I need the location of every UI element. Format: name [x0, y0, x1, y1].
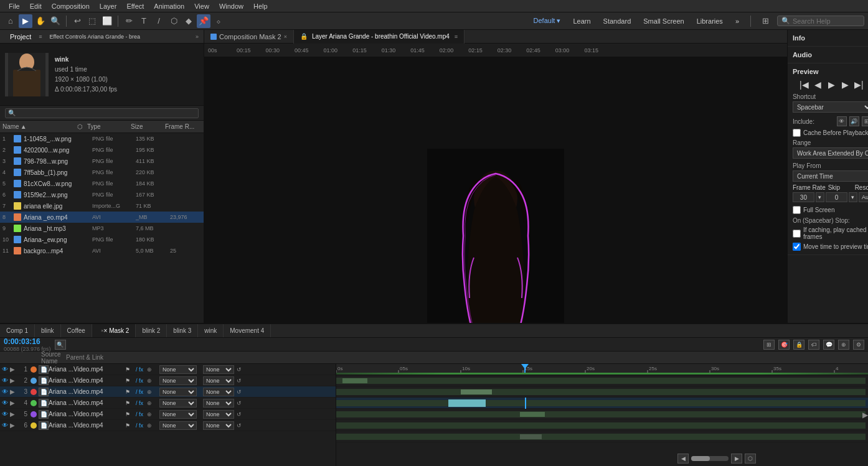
layer-fx-4[interactable]: / fx	[132, 400, 147, 406]
shortcut-select[interactable]: Spacebar	[793, 101, 868, 113]
layer-parent-1[interactable]: None	[203, 365, 234, 374]
frame-rate-dropdown[interactable]: ▾	[816, 192, 824, 202]
layer-parent-pick-6[interactable]: ↺	[234, 422, 244, 429]
col-fr-header[interactable]: Frame R...	[165, 123, 196, 130]
layer-parent-2[interactable]: None	[203, 376, 234, 385]
skip-dropdown[interactable]: ▾	[849, 192, 857, 202]
text-tool[interactable]: T	[137, 14, 151, 28]
menu-view[interactable]: View	[189, 0, 214, 12]
layer-expand-4[interactable]: ▶	[10, 399, 17, 406]
search-layer-btn[interactable]: 🔍	[55, 340, 66, 350]
menu-help[interactable]: Help	[248, 0, 273, 12]
layer-fx-5[interactable]: / fx	[132, 411, 147, 417]
pin-tool[interactable]: 📌	[197, 14, 210, 28]
tl-tab-movement4[interactable]: Movement 4	[224, 324, 271, 338]
line-tool[interactable]: /	[152, 14, 166, 28]
layer-eye-5[interactable]: 👁	[0, 411, 10, 417]
skip-end-btn[interactable]: ▶|	[852, 78, 865, 91]
layer-row-3[interactable]: 👁 ▶ 3 📄 Ariana ...Video.mp4 ⚑ / fx ⊕ Non…	[0, 386, 336, 398]
layer-tab-menu[interactable]: ≡	[455, 34, 458, 40]
layer-fx-1[interactable]: / fx	[132, 366, 147, 373]
shape-tool[interactable]: ⬡	[167, 14, 181, 28]
audio-include-icon[interactable]: 🔊	[849, 116, 859, 126]
play-from-select[interactable]: Current Time	[793, 170, 868, 182]
play-pause-btn[interactable]: ▶	[825, 78, 837, 91]
layer-expand-2[interactable]: ▶	[10, 377, 17, 384]
ws-small-screen[interactable]: Small Screen	[639, 16, 687, 26]
layer-eye-2[interactable]: 👁	[0, 377, 10, 384]
layer-parent-pick-4[interactable]: ↺	[234, 400, 244, 406]
file-row-7[interactable]: 7 ariana elle.jpg Importe...G 71 KB	[0, 200, 204, 212]
pen-tool[interactable]: ✏	[122, 14, 136, 28]
ws-libraries[interactable]: Libraries	[693, 16, 727, 26]
menu-window[interactable]: Window	[214, 0, 248, 12]
layer-mode-1[interactable]: None	[159, 365, 197, 374]
expand-all-btn[interactable]: ⊕	[838, 340, 849, 350]
tl-tab-blink2[interactable]: blink 2	[136, 324, 167, 338]
col-type-header[interactable]: Type	[87, 123, 131, 130]
zoom-tool[interactable]: 🔍	[49, 14, 62, 28]
comp-tab-close[interactable]: ×	[284, 34, 287, 40]
menu-edit[interactable]: Edit	[25, 0, 47, 12]
range-select[interactable]: Work Area Extended By Current _	[793, 147, 868, 159]
scroll-right-icon[interactable]: ▶	[862, 411, 868, 419]
tl-zoom-in[interactable]: ▶	[731, 454, 742, 464]
tl-zoom-out[interactable]: ◀	[677, 454, 689, 464]
rect2-tool[interactable]: ⬜	[100, 14, 114, 28]
tl-tab-blink3[interactable]: blink 3	[167, 324, 198, 338]
prev-btn[interactable]: ◀	[811, 78, 824, 91]
file-row-4[interactable]: 4 7ff5abb_(1).png PNG file 220 KB	[0, 167, 204, 178]
file-row-6[interactable]: 6 915f9e2...w.png PNG file 167 KB	[0, 189, 204, 200]
layer-row-5[interactable]: 👁 ▶ 5 📄 Ariana ...Video.mp4 ⚑ / fx ⊕ Non…	[0, 409, 336, 420]
file-row-9[interactable]: 9 Ariana _ht.mp3 MP3 7,6 MB	[0, 223, 204, 234]
skip-start-btn[interactable]: |◀	[798, 78, 810, 91]
ws-more[interactable]: »	[732, 16, 743, 26]
layer-expand-1[interactable]: ▶	[10, 366, 17, 373]
menu-file[interactable]: File	[4, 0, 25, 12]
skip-input[interactable]: 0	[826, 192, 847, 202]
comp-tab-mask2[interactable]: Composition Mask 2 ×	[204, 30, 294, 44]
layer-parent-5[interactable]: None	[203, 410, 234, 419]
project-search-input[interactable]	[5, 108, 199, 118]
layer-row-2[interactable]: 👁 ▶ 2 📄 Ariana ...Video.mp4 ⚑ / fx ⊕ Non…	[0, 375, 336, 386]
layer-mode-4[interactable]: None	[159, 399, 197, 408]
file-row-1[interactable]: 1 1-10458_...w.png PNG file 135 KB	[0, 133, 204, 144]
next-btn[interactable]: ▶	[839, 78, 851, 91]
col-size-header[interactable]: Size	[131, 123, 165, 130]
layer-row-6[interactable]: 👁 ▶ 6 📄 Ariana ...Video.mp4 ⚑ / fx ⊕ Non…	[0, 420, 336, 431]
project-tab[interactable]: Project	[5, 33, 36, 40]
comment-btn[interactable]: 💬	[823, 340, 834, 350]
move-time-checkbox[interactable]	[793, 243, 801, 251]
file-row-10[interactable]: 10 Ariana-_ew.png PNG file 180 KB	[0, 234, 204, 245]
layer-fx-3[interactable]: / fx	[132, 389, 147, 395]
ws-learn[interactable]: Learn	[569, 16, 594, 26]
layer-expand-6[interactable]: ▶	[10, 422, 17, 429]
tl-tab-coffee[interactable]: Coffee	[61, 324, 92, 338]
cache-checkbox[interactable]	[793, 129, 801, 137]
file-row-11[interactable]: 11 backgro...mp4 AVI 5,0 MB 25	[0, 245, 204, 256]
overflow-include-icon[interactable]: ⊞	[862, 116, 868, 126]
rotate-tool[interactable]: ↩	[70, 14, 84, 28]
switches-btn[interactable]: ⊞	[763, 340, 775, 350]
tl-tab-blink[interactable]: blink	[35, 324, 61, 338]
settings-btn[interactable]: ⚙	[853, 340, 864, 350]
layer-mode-6[interactable]: None	[159, 421, 197, 430]
layer-eye-3[interactable]: 👁	[0, 388, 10, 395]
effect-controls-tab[interactable]: Effect Controls Ariana Grande - brea	[45, 34, 145, 40]
video-include-icon[interactable]: 👁	[837, 116, 847, 126]
ws-standard[interactable]: Standard	[600, 16, 635, 26]
layer-parent-3[interactable]: None	[203, 388, 234, 396]
file-row-2[interactable]: 2 4202000...w.png PNG file 195 KB	[0, 144, 204, 156]
search-input[interactable]	[793, 17, 860, 25]
file-row-3[interactable]: 3 798-798...w.png PNG file 411 KB	[0, 156, 204, 167]
if-caching-checkbox[interactable]	[793, 230, 801, 238]
tl-tab-comp1[interactable]: Comp 1	[0, 324, 35, 338]
tl-tab-mask2[interactable]: × × Mask 2	[92, 324, 136, 338]
hand-tool[interactable]: ✋	[34, 14, 47, 28]
ws-default[interactable]: Default ▾	[530, 16, 565, 26]
layer-fx-6[interactable]: / fx	[132, 422, 147, 429]
layer-parent-pick-3[interactable]: ↺	[234, 389, 244, 395]
file-row-5[interactable]: 5 81cXCw8...w.png PNG file 184 KB	[0, 178, 204, 189]
layer-parent-pick-1[interactable]: ↺	[234, 366, 244, 373]
layer-mode-3[interactable]: None	[159, 388, 197, 396]
